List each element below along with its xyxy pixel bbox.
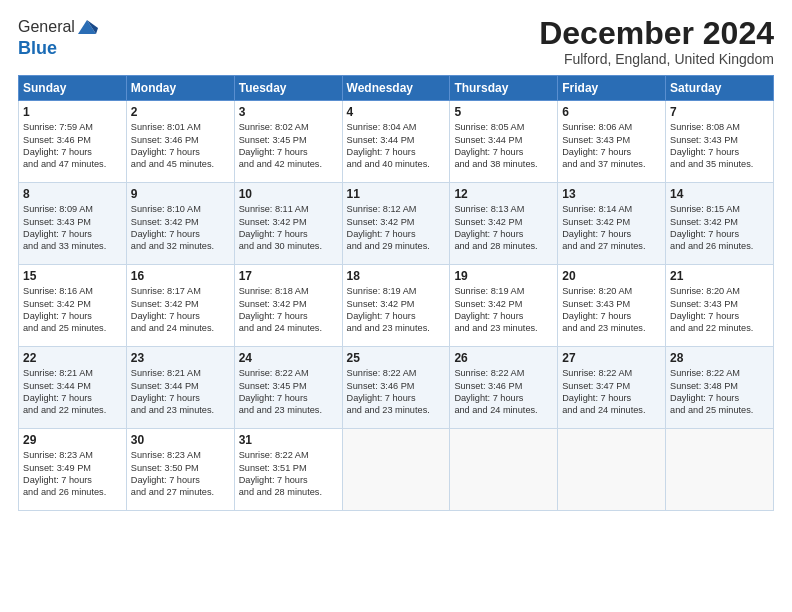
header-row: Sunday Monday Tuesday Wednesday Thursday… [19, 76, 774, 101]
daylight-hours-line1: Daylight: 7 hours [670, 228, 769, 240]
table-row: 16Sunrise: 8:17 AMSunset: 3:42 PMDayligh… [126, 265, 234, 347]
logo-general-text: General [18, 18, 75, 36]
sunset-text: Sunset: 3:43 PM [562, 298, 661, 310]
daylight-hours-line1: Daylight: 7 hours [239, 474, 338, 486]
daylight-hours-line2: and and 33 minutes. [23, 240, 122, 252]
daylight-hours-line1: Daylight: 7 hours [670, 310, 769, 322]
day-number: 25 [347, 351, 446, 365]
day-number: 8 [23, 187, 122, 201]
daylight-hours-line2: and and 28 minutes. [454, 240, 553, 252]
table-row: 7Sunrise: 8:08 AMSunset: 3:43 PMDaylight… [666, 101, 774, 183]
daylight-hours-line2: and and 23 minutes. [347, 404, 446, 416]
day-number: 6 [562, 105, 661, 119]
daylight-hours-line2: and and 26 minutes. [670, 240, 769, 252]
sunrise-text: Sunrise: 8:16 AM [23, 285, 122, 297]
daylight-hours-line2: and and 28 minutes. [239, 486, 338, 498]
table-row: 12Sunrise: 8:13 AMSunset: 3:42 PMDayligh… [450, 183, 558, 265]
daylight-hours-line1: Daylight: 7 hours [131, 310, 230, 322]
day-number: 26 [454, 351, 553, 365]
day-number: 3 [239, 105, 338, 119]
sunset-text: Sunset: 3:42 PM [23, 298, 122, 310]
daylight-hours-line1: Daylight: 7 hours [23, 228, 122, 240]
table-row: 23Sunrise: 8:21 AMSunset: 3:44 PMDayligh… [126, 347, 234, 429]
table-row: 19Sunrise: 8:19 AMSunset: 3:42 PMDayligh… [450, 265, 558, 347]
table-row: 17Sunrise: 8:18 AMSunset: 3:42 PMDayligh… [234, 265, 342, 347]
daylight-hours-line1: Daylight: 7 hours [23, 146, 122, 158]
sunrise-text: Sunrise: 8:15 AM [670, 203, 769, 215]
daylight-hours-line1: Daylight: 7 hours [562, 146, 661, 158]
day-number: 23 [131, 351, 230, 365]
daylight-hours-line1: Daylight: 7 hours [347, 146, 446, 158]
daylight-hours-line1: Daylight: 7 hours [670, 392, 769, 404]
sunrise-text: Sunrise: 8:12 AM [347, 203, 446, 215]
calendar-week-row: 15Sunrise: 8:16 AMSunset: 3:42 PMDayligh… [19, 265, 774, 347]
day-number: 4 [347, 105, 446, 119]
sunrise-text: Sunrise: 8:22 AM [239, 449, 338, 461]
table-row: 18Sunrise: 8:19 AMSunset: 3:42 PMDayligh… [342, 265, 450, 347]
sunset-text: Sunset: 3:50 PM [131, 462, 230, 474]
daylight-hours-line1: Daylight: 7 hours [454, 228, 553, 240]
daylight-hours-line1: Daylight: 7 hours [23, 310, 122, 322]
day-number: 18 [347, 269, 446, 283]
daylight-hours-line1: Daylight: 7 hours [347, 310, 446, 322]
logo-icon [76, 16, 98, 38]
daylight-hours-line2: and and 23 minutes. [239, 404, 338, 416]
table-row [450, 429, 558, 511]
sunset-text: Sunset: 3:42 PM [239, 216, 338, 228]
sunrise-text: Sunrise: 8:22 AM [562, 367, 661, 379]
sunrise-text: Sunrise: 8:11 AM [239, 203, 338, 215]
sunrise-text: Sunrise: 8:09 AM [23, 203, 122, 215]
sunrise-text: Sunrise: 8:14 AM [562, 203, 661, 215]
day-number: 20 [562, 269, 661, 283]
sunset-text: Sunset: 3:47 PM [562, 380, 661, 392]
day-number: 1 [23, 105, 122, 119]
col-thursday: Thursday [450, 76, 558, 101]
day-number: 14 [670, 187, 769, 201]
sunset-text: Sunset: 3:44 PM [454, 134, 553, 146]
logo: General Blue [18, 16, 98, 59]
sunset-text: Sunset: 3:46 PM [454, 380, 553, 392]
daylight-hours-line2: and and 23 minutes. [131, 404, 230, 416]
daylight-hours-line2: and and 22 minutes. [670, 322, 769, 334]
table-row: 3Sunrise: 8:02 AMSunset: 3:45 PMDaylight… [234, 101, 342, 183]
sunrise-text: Sunrise: 8:05 AM [454, 121, 553, 133]
sunrise-text: Sunrise: 8:04 AM [347, 121, 446, 133]
table-row: 27Sunrise: 8:22 AMSunset: 3:47 PMDayligh… [558, 347, 666, 429]
month-title: December 2024 [539, 16, 774, 51]
sunset-text: Sunset: 3:42 PM [347, 216, 446, 228]
sunset-text: Sunset: 3:45 PM [239, 134, 338, 146]
sunrise-text: Sunrise: 8:21 AM [131, 367, 230, 379]
sunrise-text: Sunrise: 8:20 AM [562, 285, 661, 297]
daylight-hours-line2: and and 29 minutes. [347, 240, 446, 252]
daylight-hours-line1: Daylight: 7 hours [239, 310, 338, 322]
col-wednesday: Wednesday [342, 76, 450, 101]
calendar-week-row: 8Sunrise: 8:09 AMSunset: 3:43 PMDaylight… [19, 183, 774, 265]
daylight-hours-line1: Daylight: 7 hours [454, 146, 553, 158]
sunset-text: Sunset: 3:46 PM [347, 380, 446, 392]
day-number: 11 [347, 187, 446, 201]
daylight-hours-line2: and and 45 minutes. [131, 158, 230, 170]
daylight-hours-line2: and and 30 minutes. [239, 240, 338, 252]
daylight-hours-line1: Daylight: 7 hours [131, 146, 230, 158]
day-number: 17 [239, 269, 338, 283]
sunset-text: Sunset: 3:44 PM [131, 380, 230, 392]
day-number: 7 [670, 105, 769, 119]
col-sunday: Sunday [19, 76, 127, 101]
sunset-text: Sunset: 3:51 PM [239, 462, 338, 474]
daylight-hours-line2: and and 27 minutes. [562, 240, 661, 252]
location: Fulford, England, United Kingdom [539, 51, 774, 67]
sunrise-text: Sunrise: 8:23 AM [131, 449, 230, 461]
table-row: 13Sunrise: 8:14 AMSunset: 3:42 PMDayligh… [558, 183, 666, 265]
sunset-text: Sunset: 3:43 PM [23, 216, 122, 228]
logo-blue-text: Blue [18, 38, 57, 58]
day-number: 19 [454, 269, 553, 283]
sunrise-text: Sunrise: 8:17 AM [131, 285, 230, 297]
daylight-hours-line2: and and 23 minutes. [347, 322, 446, 334]
table-row: 25Sunrise: 8:22 AMSunset: 3:46 PMDayligh… [342, 347, 450, 429]
day-number: 31 [239, 433, 338, 447]
daylight-hours-line1: Daylight: 7 hours [562, 228, 661, 240]
table-row: 30Sunrise: 8:23 AMSunset: 3:50 PMDayligh… [126, 429, 234, 511]
page: General Blue December 2024 Fulford, Engl… [0, 0, 792, 521]
sunset-text: Sunset: 3:42 PM [670, 216, 769, 228]
table-row: 1Sunrise: 7:59 AMSunset: 3:46 PMDaylight… [19, 101, 127, 183]
